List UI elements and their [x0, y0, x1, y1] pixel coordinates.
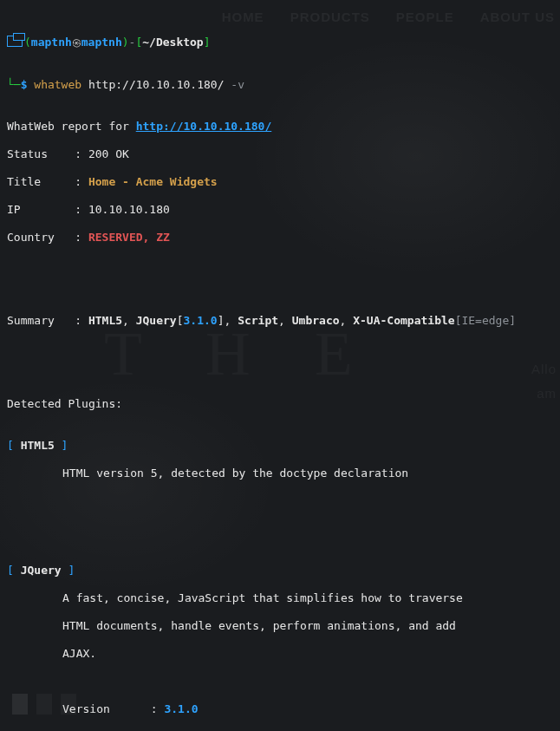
plugins-header: Detected Plugins: — [7, 397, 553, 411]
rbracket: ] — [204, 36, 211, 49]
report-line: WhatWeb report for http://10.10.10.180/ — [7, 120, 553, 134]
summary-html5: HTML5 — [88, 314, 122, 327]
rbr: ] — [55, 439, 68, 452]
summary-script: Script — [238, 314, 278, 327]
blank — [7, 675, 553, 689]
summary-xua-val: [IE=edge] — [455, 314, 516, 327]
ver-label: Version : — [62, 702, 164, 715]
blank — [7, 522, 553, 536]
ip-label: IP : — [7, 203, 88, 216]
plugin-desc: A fast, concise, JavaScript that simplif… — [7, 591, 463, 605]
prompt-user: maptnh — [31, 36, 72, 49]
prompt-symbol: $ — [21, 78, 28, 91]
paren-close: ) — [122, 36, 129, 49]
lbr: [ — [7, 439, 21, 452]
summary-xua: X-UA-Compatible — [353, 314, 454, 327]
summary-umbraco: Umbraco — [292, 314, 340, 327]
sep: , — [278, 314, 292, 327]
title-value: Home - Acme Widgets — [88, 175, 218, 188]
paren-open: ( — [24, 36, 31, 49]
branch-corner-icon: └─ — [7, 78, 21, 91]
prompt-host: maptnh — [81, 36, 122, 49]
country-line: Country : RESERVED, ZZ — [7, 231, 553, 245]
prompt-line-1: (maptnh㉿maptnh)-[~/Desktop] — [7, 35, 553, 50]
country-value: RESERVED, ZZ — [88, 231, 170, 244]
plugin-jquery-ver: Version : 3.1.0 — [7, 702, 553, 716]
report-label: WhatWeb report for — [7, 120, 136, 133]
title-label: Title : — [7, 175, 88, 188]
title-line: Title : Home - Acme Widgets — [7, 175, 553, 189]
blank — [7, 494, 553, 508]
summary-line: Summary : HTML5, JQuery[3.1.0], Script, … — [7, 314, 553, 328]
sep: [ — [177, 314, 184, 327]
skull-icon: ㉿ — [72, 37, 81, 49]
summary-jquery: JQuery — [136, 314, 177, 327]
blank — [7, 272, 553, 286]
command-flag: -v — [231, 78, 244, 91]
ip-value: 10.10.10.180 — [88, 203, 170, 216]
status-label: Status : — [7, 147, 88, 160]
status-value: 200 OK — [88, 147, 129, 160]
sep: , — [122, 314, 136, 327]
terminal[interactable]: (maptnh㉿maptnh)-[~/Desktop] └─$ whatweb … — [0, 0, 560, 731]
report-url: http://10.10.10.180/ — [136, 120, 272, 133]
plugin-desc: HTML documents, handle events, perform a… — [7, 619, 456, 633]
summary-label: Summary : — [7, 314, 88, 327]
blank — [7, 356, 553, 369]
plugin-desc: AJAX. — [7, 647, 96, 661]
plugin-jquery-d2: HTML documents, handle events, perform a… — [7, 619, 553, 633]
ver-value: 3.1.0 — [164, 702, 198, 715]
status-line: Status : 200 OK — [7, 147, 553, 161]
command-name: whatweb — [34, 78, 81, 91]
rbr: ] — [62, 564, 75, 577]
plugin-name: HTML5 — [21, 439, 55, 452]
sep: , — [340, 314, 354, 327]
prompt-path: ~/Desktop — [142, 36, 203, 49]
plugin-desc: HTML version 5, detected by the doctype … — [7, 467, 408, 480]
lbr: [ — [7, 564, 21, 577]
prompt-box-icon — [7, 36, 23, 47]
plugin-jquery-d1: A fast, concise, JavaScript that simplif… — [7, 591, 553, 605]
sep: , — [224, 314, 238, 327]
plugin-html5-d1: HTML version 5, detected by the doctype … — [7, 467, 553, 480]
prompt-line-2[interactable]: └─$ whatweb http://10.10.10.180/ -v — [7, 78, 553, 92]
ip-line: IP : 10.10.10.180 — [7, 203, 553, 217]
summary-jquery-ver: 3.1.0 — [184, 314, 218, 327]
plugin-jquery-head: [ JQuery ] — [7, 564, 553, 578]
country-label: Country : — [7, 231, 88, 244]
plugin-html5-head: [ HTML5 ] — [7, 439, 553, 453]
plugin-jquery-d3: AJAX. — [7, 647, 553, 661]
plugin-name: JQuery — [21, 564, 62, 577]
command-arg-url: http://10.10.10.180/ — [88, 78, 225, 91]
